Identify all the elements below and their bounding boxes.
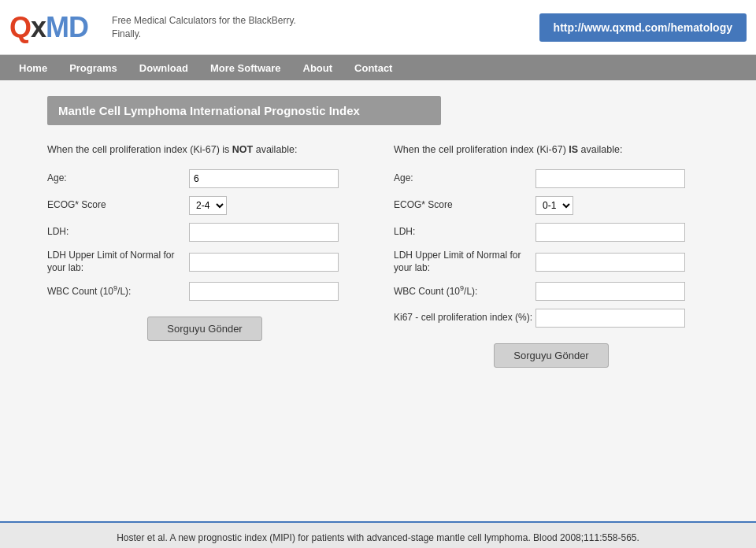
page-title: Mantle Cell Lymphoma International Progn… [47, 96, 441, 125]
navbar: Home Programs Download More Software Abo… [0, 55, 756, 80]
label-age-right: Age: [394, 172, 536, 185]
calculator-columns: When the cell proliferation index (Ki-67… [47, 144, 709, 368]
label-ldh-upper-left: LDH Upper Limit of Normal for your lab: [47, 250, 189, 274]
form-row-ki67-right: Ki67 - cell proliferation index (%): [394, 309, 709, 328]
tagline: Free Medical Calculators for the BlackBe… [104, 14, 539, 41]
form-row-age-right: Age: [394, 169, 709, 188]
nav-about[interactable]: About [292, 57, 344, 79]
right-column-header: When the cell proliferation index (Ki-67… [394, 144, 709, 155]
label-ldh-upper-right: LDH Upper Limit of Normal for your lab: [394, 250, 536, 274]
nav-download[interactable]: Download [128, 57, 199, 79]
input-wbc-right[interactable] [536, 282, 685, 301]
logo: QxMD [9, 13, 88, 42]
input-age-left[interactable] [189, 169, 339, 188]
input-ldh-right[interactable] [536, 223, 685, 242]
form-row-ldh-upper-right: LDH Upper Limit of Normal for your lab: [394, 250, 709, 274]
input-ldh-upper-left[interactable] [189, 253, 339, 272]
nav-contact[interactable]: Contact [343, 57, 403, 79]
left-column-header: When the cell proliferation index (Ki-67… [47, 144, 362, 155]
form-row-ldh-upper-left: LDH Upper Limit of Normal for your lab: [47, 250, 362, 274]
input-age-right[interactable] [536, 169, 685, 188]
main-content: Mantle Cell Lymphoma International Progn… [0, 80, 756, 521]
select-ecog-left[interactable]: 0-1 2-4 [189, 196, 227, 215]
label-wbc-left: WBC Count (109/L): [47, 284, 189, 298]
nav-more-software[interactable]: More Software [199, 57, 292, 79]
form-row-ldh-left: LDH: [47, 223, 362, 242]
url-badge[interactable]: http://www.qxmd.com/hematology [539, 13, 747, 42]
form-row-ecog-left: ECOG* Score 0-1 2-4 [47, 196, 362, 215]
form-row-wbc-left: WBC Count (109/L): [47, 282, 362, 301]
input-ldh-left[interactable] [189, 223, 339, 242]
label-age-left: Age: [47, 172, 189, 185]
submit-row-left: Sorguyu Gönder [47, 317, 362, 341]
label-ecog-right: ECOG* Score [394, 199, 536, 212]
form-row-wbc-right: WBC Count (109/L): [394, 282, 709, 301]
select-ecog-right[interactable]: 0-1 2-4 [536, 196, 573, 215]
submit-button-left[interactable]: Sorguyu Gönder [147, 317, 261, 341]
input-ldh-upper-right[interactable] [536, 253, 685, 272]
label-ecog-left: ECOG* Score [47, 199, 189, 212]
footer: Hoster et al. A new prognostic index (MI… [0, 521, 756, 548]
nav-home[interactable]: Home [8, 57, 58, 79]
label-wbc-right: WBC Count (109/L): [394, 284, 536, 298]
nav-programs[interactable]: Programs [58, 57, 128, 79]
tagline-line2: Finally. [112, 28, 539, 41]
label-ki67-right: Ki67 - cell proliferation index (%): [394, 312, 536, 324]
left-column: When the cell proliferation index (Ki-67… [47, 144, 362, 368]
form-row-ecog-right: ECOG* Score 0-1 2-4 [394, 196, 709, 215]
logo-area: QxMD [9, 13, 88, 42]
submit-row-right: Sorguyu Gönder [394, 343, 709, 368]
header: QxMD Free Medical Calculators for the Bl… [0, 0, 756, 55]
input-ki67-right[interactable] [536, 309, 685, 328]
form-row-ldh-right: LDH: [394, 223, 709, 242]
form-row-age-left: Age: [47, 169, 362, 188]
submit-button-right[interactable]: Sorguyu Gönder [494, 343, 608, 368]
input-wbc-left[interactable] [189, 282, 339, 301]
right-column: When the cell proliferation index (Ki-67… [394, 144, 709, 368]
label-ldh-left: LDH: [47, 226, 189, 239]
tagline-line1: Free Medical Calculators for the BlackBe… [112, 14, 539, 28]
label-ldh-right: LDH: [394, 226, 536, 239]
footer-text: Hoster et al. A new prognostic index (MI… [117, 532, 639, 543]
